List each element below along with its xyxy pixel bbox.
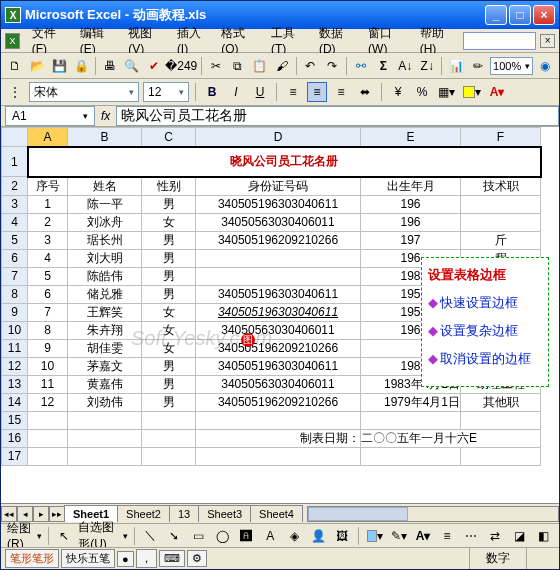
cell[interactable]: 10	[28, 357, 68, 375]
cell[interactable]: 姓名	[68, 177, 142, 196]
cell[interactable]: 出生年月	[361, 177, 461, 196]
cell[interactable]: 4	[28, 249, 68, 267]
row-header[interactable]: 3	[2, 195, 28, 213]
cell[interactable]	[196, 411, 361, 429]
cell[interactable]: 3	[28, 231, 68, 249]
minimize-button[interactable]: _	[485, 5, 507, 25]
dash-style-icon[interactable]: ⋯	[461, 526, 481, 546]
merge-center-icon[interactable]: ⬌	[355, 82, 375, 102]
cell[interactable]: 8	[28, 321, 68, 339]
cell[interactable]: 340505196303040611	[196, 357, 361, 375]
sort-desc-icon[interactable]: Z↓	[417, 56, 437, 76]
cell[interactable]	[461, 411, 541, 429]
col-header-E[interactable]: E	[361, 128, 461, 147]
cell[interactable]: 1	[28, 195, 68, 213]
cell[interactable]	[28, 429, 68, 447]
horizontal-scrollbar[interactable]	[307, 506, 559, 522]
cell[interactable]: 女	[142, 213, 196, 231]
permission-icon[interactable]: 🔒	[71, 56, 91, 76]
maximize-button[interactable]: □	[509, 5, 531, 25]
cell[interactable]: 11	[28, 375, 68, 393]
cell[interactable]: 陈皓伟	[68, 267, 142, 285]
fill-color-icon[interactable]: ▾	[461, 82, 483, 102]
ime-keyboard-icon[interactable]: ⌨	[159, 550, 185, 567]
line-icon[interactable]: ＼	[140, 526, 160, 546]
sort-asc-icon[interactable]: A↓	[395, 56, 415, 76]
col-header-F[interactable]: F	[461, 128, 541, 147]
cell[interactable]	[461, 213, 541, 231]
tab-sheet4[interactable]: Sheet4	[250, 505, 303, 522]
line-color-icon[interactable]: ✎▾	[389, 526, 409, 546]
cell[interactable]: 技术职	[461, 177, 541, 196]
col-header-C[interactable]: C	[142, 128, 196, 147]
cell[interactable]: 男	[142, 285, 196, 303]
cell[interactable]	[28, 411, 68, 429]
ask-question-box[interactable]	[463, 32, 536, 50]
row-header[interactable]: 1	[2, 147, 28, 177]
cell[interactable]: 陈一平	[68, 195, 142, 213]
row-header[interactable]: 14	[2, 393, 28, 411]
borders-icon[interactable]: ▦▾	[436, 82, 457, 102]
undo-icon[interactable]: ↶	[300, 56, 320, 76]
percent-icon[interactable]: %	[412, 82, 432, 102]
save-icon[interactable]: 💾	[49, 56, 69, 76]
bold-icon[interactable]: B	[202, 82, 222, 102]
3d-icon[interactable]: ◧	[533, 526, 553, 546]
cell[interactable]	[461, 447, 541, 465]
cell[interactable]: 196	[361, 195, 461, 213]
cell[interactable]	[68, 447, 142, 465]
row-header[interactable]: 11	[2, 339, 28, 357]
row-header[interactable]: 17	[2, 447, 28, 465]
currency-icon[interactable]: ¥	[388, 82, 408, 102]
cell[interactable]	[68, 411, 142, 429]
font-color-icon[interactable]: A▾	[487, 82, 507, 102]
cell[interactable]: 196	[361, 213, 461, 231]
tab-next-icon[interactable]: ▸	[33, 506, 49, 522]
cell[interactable]: 刘冰舟	[68, 213, 142, 231]
wordart-icon[interactable]: A	[260, 526, 280, 546]
row-header[interactable]: 10	[2, 321, 28, 339]
ime-settings-icon[interactable]: ⚙	[187, 550, 207, 567]
oval-icon[interactable]: ◯	[212, 526, 232, 546]
cell[interactable]: 9	[28, 339, 68, 357]
cell[interactable]: 男	[142, 195, 196, 213]
chart-icon[interactable]: 📊	[446, 56, 466, 76]
cell[interactable]: 34050563030406011	[196, 321, 361, 339]
cell[interactable]: 王辉笑	[68, 303, 142, 321]
font-combo[interactable]: 宋体▾	[29, 82, 139, 102]
cell[interactable]: 340505196303040611	[196, 303, 361, 321]
zoom-combo[interactable]: 100%▾	[490, 57, 533, 75]
cell[interactable]: 其他职	[461, 393, 541, 411]
font-color-draw-icon[interactable]: A▾	[413, 526, 433, 546]
cell[interactable]: 女	[142, 303, 196, 321]
preview-icon[interactable]: 🔍	[122, 56, 142, 76]
row-header[interactable]: 13	[2, 375, 28, 393]
new-icon[interactable]: 🗋	[5, 56, 25, 76]
formula-input[interactable]: 晓风公司员工花名册	[116, 106, 559, 126]
drawing-icon[interactable]: ✏	[468, 56, 488, 76]
cell[interactable]: 刘大明	[68, 249, 142, 267]
spell-icon[interactable]: ✔	[144, 56, 164, 76]
clipart-icon[interactable]: 👤	[308, 526, 328, 546]
autosum-icon[interactable]: Σ	[373, 56, 393, 76]
cell[interactable]: 性别	[142, 177, 196, 196]
fx-icon[interactable]: fx	[101, 109, 110, 123]
cell[interactable]: 琚长州	[68, 231, 142, 249]
cell[interactable]: 男	[142, 357, 196, 375]
cell[interactable]: 34050563030406011	[196, 375, 361, 393]
cell[interactable]: 340505196209210266	[196, 231, 361, 249]
toolbar-grip-icon[interactable]: ⋮	[5, 82, 25, 102]
tab-last-icon[interactable]: ▸▸	[49, 506, 65, 522]
popup-item-quick[interactable]: 快速设置边框	[428, 294, 542, 312]
redo-icon[interactable]: ↷	[322, 56, 342, 76]
tab-sheet3[interactable]: Sheet3	[198, 505, 251, 522]
row-header[interactable]: 2	[2, 177, 28, 196]
cell[interactable]: 二〇〇五年一月十六E	[361, 429, 541, 447]
cell[interactable]: 男	[142, 231, 196, 249]
cell[interactable]: 34050563030406011	[196, 213, 361, 231]
cell[interactable]: 朱卉翔	[68, 321, 142, 339]
col-header-B[interactable]: B	[68, 128, 142, 147]
cell[interactable]: 女	[142, 339, 196, 357]
cell[interactable]: 身份证号码	[196, 177, 361, 196]
name-box[interactable]: A1▾	[5, 106, 95, 126]
